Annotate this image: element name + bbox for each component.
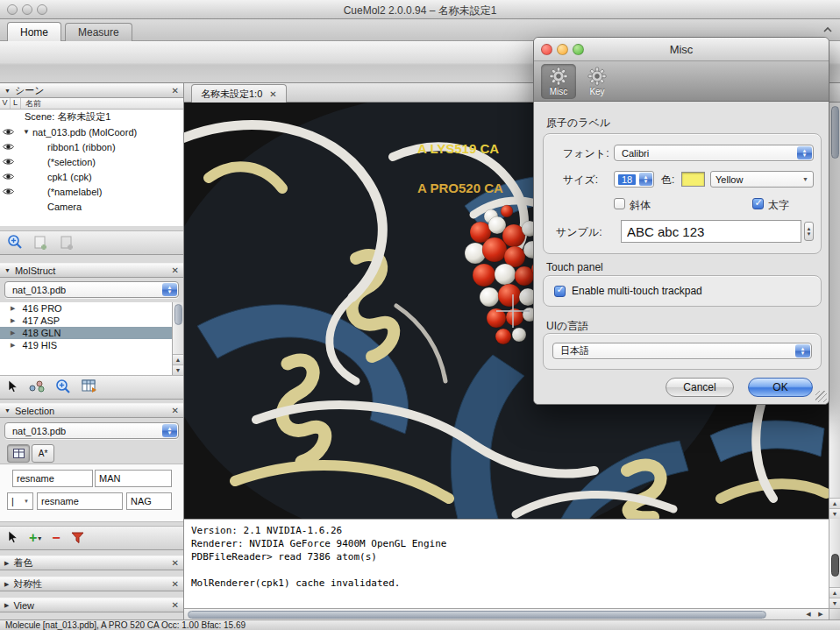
scrollbar-thumb[interactable] [174, 304, 182, 325]
residue-row[interactable]: ▶417 ASP [0, 315, 183, 327]
zoom-in-tool-button[interactable] [7, 234, 23, 251]
collapsed-triangle-icon[interactable]: ▶ [4, 560, 9, 567]
scroll-down-arrow-icon[interactable]: ▼ [173, 365, 183, 375]
collapse-triangle-icon[interactable]: ▼ [4, 407, 11, 414]
log-console[interactable]: Version: 2.1 NVIDIA-1.6.26 Renderer: NVI… [184, 519, 829, 608]
visibility-eye-icon[interactable] [3, 128, 14, 136]
scroll-up-arrow-icon[interactable]: ▲ [829, 587, 840, 598]
column-name[interactable]: 名前 [21, 98, 41, 109]
selection-atom-mode-button[interactable]: A* [32, 444, 54, 463]
view-panel-header[interactable]: ▶ View ✕ [0, 598, 183, 612]
sample-input[interactable] [621, 220, 801, 243]
collapse-triangle-icon[interactable]: ▼ [4, 267, 11, 273]
expand-chevron-icon[interactable]: ▶ [11, 317, 15, 324]
dialog-tool-key[interactable]: Key [580, 64, 615, 99]
resize-corner-grip[interactable] [829, 608, 840, 619]
tab-home[interactable]: Home [7, 22, 61, 41]
tree-row-camera[interactable]: Camera [0, 199, 183, 214]
add-renderer-button[interactable] [33, 234, 49, 251]
visibility-eye-icon[interactable] [3, 173, 14, 181]
close-panel-icon[interactable]: ✕ [172, 579, 179, 589]
scene-panel-header[interactable]: ▼ シーン ✕ [0, 83, 183, 98]
close-panel-icon[interactable]: ✕ [172, 86, 179, 96]
selection-table-mode-button[interactable] [7, 444, 30, 463]
font-select[interactable]: Calibri ▲▼ [614, 145, 814, 161]
residue-list-scrollbar[interactable]: ▲ ▼ [172, 302, 183, 375]
close-panel-icon[interactable]: ✕ [172, 558, 179, 568]
horizontal-scrollbar[interactable]: ◀ ▶ [184, 608, 829, 619]
molstruct-molecule-select[interactable]: nat_013.pdb ▲▼ [4, 281, 179, 298]
symmetry-panel-header[interactable]: ▶ 対称性 ✕ [0, 577, 183, 591]
scroll-right-arrow-icon[interactable]: ▶ [815, 609, 827, 619]
remove-term-button[interactable]: − [52, 532, 60, 544]
atoms-tool-button[interactable] [29, 380, 45, 394]
tree-row-cpk[interactable]: cpk1 (cpk) [0, 169, 183, 184]
selection-key-input-2[interactable] [37, 492, 123, 510]
tree-row-selection[interactable]: (*selection) [0, 154, 183, 169]
dialog-tool-misc[interactable]: Misc [541, 64, 576, 99]
cancel-button[interactable]: Cancel [666, 378, 734, 397]
scroll-left-arrow-icon[interactable]: ◀ [802, 609, 815, 619]
visibility-eye-icon[interactable] [3, 188, 14, 195]
residue-row[interactable]: ▶416 PRO [0, 302, 183, 315]
log-vertical-scrollbar[interactable]: ▲ ▼ [829, 519, 840, 608]
scrollbar-thumb[interactable] [831, 554, 839, 577]
select-cursor-button[interactable] [7, 379, 18, 395]
visibility-eye-icon[interactable] [3, 158, 14, 166]
dialog-resize-grip[interactable] [815, 391, 827, 402]
expand-chevron-icon[interactable]: ▶ [11, 342, 15, 349]
document-tab[interactable]: 名称未設定1:0 ✕ [191, 84, 287, 103]
tab-measure[interactable]: Measure [65, 23, 132, 41]
tree-row-scene[interactable]: Scene: 名称未設定1 [0, 110, 183, 124]
close-tab-icon[interactable]: ✕ [269, 89, 276, 99]
ok-button[interactable]: OK [748, 378, 813, 397]
viewport-vertical-scrollbar[interactable]: ▲ ▼ [829, 103, 840, 519]
selection-panel-header[interactable]: ▼ Selection ✕ [0, 403, 183, 418]
color-select[interactable]: Yellow ▼ [710, 171, 814, 188]
selection-molecule-select[interactable]: nat_013.pdb ▲▼ [4, 422, 179, 439]
zoom-to-residue-button[interactable] [55, 379, 71, 396]
scroll-down-arrow-icon[interactable]: ▼ [829, 598, 840, 608]
collapsed-triangle-icon[interactable]: ▶ [4, 602, 9, 609]
selection-value-input-2[interactable] [126, 492, 172, 510]
visibility-eye-icon[interactable] [3, 143, 14, 151]
combo-stepper-icon[interactable]: ▲▼ [639, 173, 652, 186]
collapsed-triangle-icon[interactable]: ▶ [4, 581, 9, 588]
sample-stepper-icon[interactable]: ▲▼ [804, 222, 814, 241]
close-panel-icon[interactable]: ✕ [172, 265, 179, 275]
close-panel-icon[interactable]: ✕ [172, 406, 179, 415]
residue-row-selected[interactable]: ▶418 GLN [0, 327, 183, 339]
export-table-button[interactable] [82, 379, 97, 395]
coloring-panel-header[interactable]: ▶ 着色 ✕ [0, 556, 183, 570]
multitouch-checkbox[interactable] [554, 286, 566, 297]
tree-row-ribbon[interactable]: ribbon1 (ribbon) [0, 139, 183, 154]
column-lock[interactable]: L [11, 98, 21, 109]
scroll-down-arrow-icon[interactable]: ▼ [829, 508, 840, 519]
collapse-triangle-icon[interactable]: ▼ [4, 88, 11, 94]
add-object-button[interactable] [60, 234, 75, 251]
size-combo[interactable]: 18 ▲▼ [614, 171, 654, 188]
molstruct-panel-header[interactable]: ▼ MolStruct ✕ [0, 263, 183, 278]
italic-checkbox[interactable] [614, 198, 625, 209]
collapse-ribbon-chevron-icon[interactable] [822, 26, 833, 33]
residue-row[interactable]: ▶419 HIS [0, 339, 183, 351]
disclosure-triangle-icon[interactable]: ▼ [23, 128, 30, 136]
tree-row-molcoord[interactable]: ▼ nat_013.pdb (MolCoord) [0, 124, 183, 139]
bold-checkbox[interactable] [752, 198, 764, 209]
scroll-up-arrow-icon[interactable]: ▲ [829, 498, 840, 508]
select-cursor-button[interactable] [7, 530, 18, 546]
clear-selection-button[interactable] [71, 532, 84, 545]
uilang-select[interactable]: 日本語 ▲▼ [552, 343, 812, 359]
scrollbar-thumb[interactable] [188, 611, 766, 619]
column-visible[interactable]: V [0, 98, 11, 109]
close-panel-icon[interactable]: ✕ [172, 600, 179, 610]
scrollbar-thumb[interactable] [831, 106, 839, 159]
expand-chevron-icon[interactable]: ▶ [11, 329, 15, 336]
selection-key-input-1[interactable] [12, 470, 93, 487]
tree-row-namelabel[interactable]: (*namelabel) [0, 184, 183, 199]
add-term-button[interactable]: +▾ [29, 532, 41, 544]
selection-operator-select[interactable]: | ▼ [7, 492, 33, 510]
selection-value-input-1[interactable] [95, 470, 172, 487]
scroll-up-arrow-icon[interactable]: ▲ [173, 354, 183, 365]
color-swatch[interactable] [681, 172, 705, 187]
